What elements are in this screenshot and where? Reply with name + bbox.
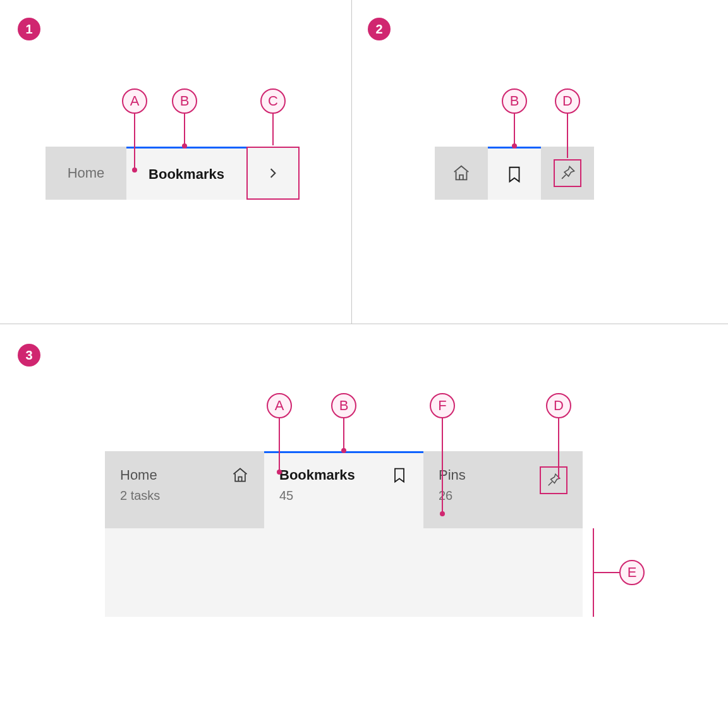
tab-bookmark-icon[interactable]	[488, 147, 541, 200]
tab-panel-content	[105, 528, 583, 617]
bookmark-icon	[391, 466, 408, 484]
pin-icon	[559, 165, 576, 181]
pin-highlight-box	[554, 159, 581, 187]
tab3-home-title: Home	[120, 466, 160, 485]
tab3-home-sub: 2 tasks	[120, 488, 160, 503]
tab-home-label: Home	[68, 165, 105, 181]
divider-horizontal	[0, 324, 728, 324]
tab-bookmarks-label: Bookmarks	[149, 166, 224, 183]
callout-E: E	[610, 560, 645, 585]
tab3-bookmarks-sub: 45	[279, 488, 355, 503]
callout-D: D	[555, 88, 580, 158]
panel-badge-2: 2	[368, 18, 391, 40]
callout-B-2: B	[502, 88, 527, 149]
bookmark-icon	[505, 165, 524, 184]
tab-home-icon[interactable]	[435, 147, 488, 200]
home-icon	[231, 466, 249, 484]
callout-B: B	[172, 88, 197, 149]
tabbar-detailed: Home 2 tasks Bookmarks 45 Pins 26	[105, 451, 583, 528]
callout-A: A	[122, 88, 147, 173]
tabbar-text: Home Bookmarks	[46, 147, 300, 200]
callout-C: C	[260, 88, 286, 145]
panel-badge-1: 1	[18, 18, 40, 40]
chevron-right-icon	[267, 167, 279, 179]
content-bracket-tick	[593, 572, 610, 573]
tab-home[interactable]: Home	[46, 147, 126, 200]
panel-badge-3: 3	[18, 344, 40, 367]
callout-A-3: A	[267, 393, 292, 475]
callout-B-3: B	[331, 393, 356, 453]
divider-vertical	[351, 0, 352, 324]
tab3-home[interactable]: Home 2 tasks	[105, 451, 264, 528]
callout-F: F	[430, 393, 455, 516]
home-icon	[452, 164, 471, 183]
tab-overflow-button[interactable]	[246, 147, 300, 200]
callout-D-3: D	[546, 393, 571, 479]
